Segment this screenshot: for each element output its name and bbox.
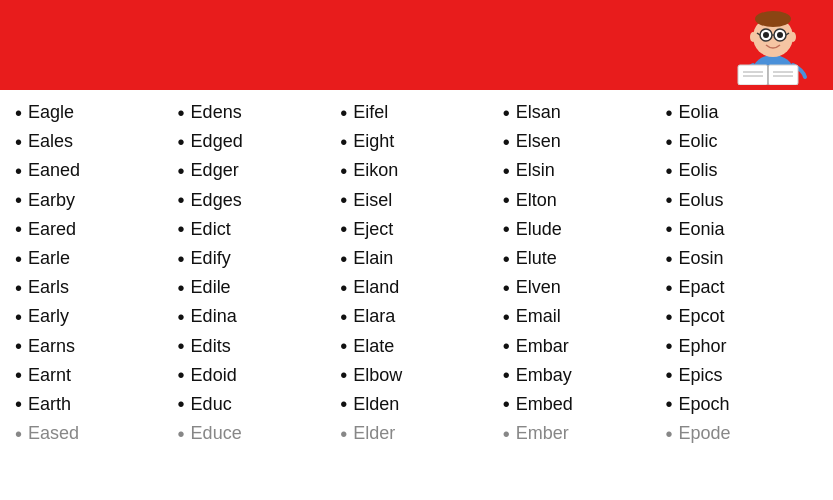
bullet-point: • (503, 365, 510, 385)
bullet-point: • (178, 249, 185, 269)
word-label: Eaned (28, 158, 80, 183)
list-item: •Elder (340, 419, 493, 448)
word-label: Earby (28, 188, 75, 213)
bullet-point: • (503, 394, 510, 414)
list-item: •Edify (178, 244, 331, 273)
svg-rect-12 (738, 65, 768, 85)
column-5: •Eolia•Eolic•Eolis•Eolus•Eonia•Eosin•Epa… (660, 98, 823, 492)
word-label: Eolic (678, 129, 717, 154)
list-item: •Eaned (15, 156, 168, 185)
column-4: •Elsan•Elsen•Elsin•Elton•Elude•Elute•Elv… (498, 98, 661, 492)
list-item: •Eight (340, 127, 493, 156)
list-item: •Elven (503, 273, 656, 302)
bullet-point: • (340, 132, 347, 152)
bullet-point: • (340, 103, 347, 123)
list-item: •Eisel (340, 186, 493, 215)
word-label: Elsen (516, 129, 561, 154)
list-item: •Elsen (503, 127, 656, 156)
word-label: Elate (353, 334, 394, 359)
list-item: •Email (503, 302, 656, 331)
list-item: •Eared (15, 215, 168, 244)
word-label: Eonia (678, 217, 724, 242)
list-item: •Epode (665, 419, 818, 448)
bullet-point: • (503, 307, 510, 327)
word-label: Edits (191, 334, 231, 359)
word-label: Edges (191, 188, 242, 213)
word-label: Epcot (678, 304, 724, 329)
word-label: Early (28, 304, 69, 329)
list-item: •Edile (178, 273, 331, 302)
bullet-point: • (340, 365, 347, 385)
list-item: •Eolia (665, 98, 818, 127)
bullet-point: • (15, 336, 22, 356)
list-item: •Edged (178, 127, 331, 156)
list-item: •Edits (178, 332, 331, 361)
word-label: Earle (28, 246, 70, 271)
list-item: •Earnt (15, 361, 168, 390)
word-label: Edged (191, 129, 243, 154)
list-item: •Eales (15, 127, 168, 156)
word-label: Educe (191, 421, 242, 446)
bullet-point: • (340, 336, 347, 356)
word-label: Edict (191, 217, 231, 242)
bullet-point: • (340, 307, 347, 327)
bullet-point: • (178, 394, 185, 414)
bullet-point: • (665, 336, 672, 356)
list-item: •Edict (178, 215, 331, 244)
bullet-point: • (665, 161, 672, 181)
list-item: •Embar (503, 332, 656, 361)
bullet-point: • (665, 278, 672, 298)
bullet-point: • (503, 161, 510, 181)
bullet-point: • (15, 219, 22, 239)
bullet-point: • (665, 103, 672, 123)
list-item: •Earns (15, 332, 168, 361)
bullet-point: • (503, 424, 510, 444)
list-item: •Earle (15, 244, 168, 273)
list-item: •Earth (15, 390, 168, 419)
word-label: Eland (353, 275, 399, 300)
list-item: •Elate (340, 332, 493, 361)
bullet-point: • (178, 424, 185, 444)
word-label: Earth (28, 392, 71, 417)
list-item: •Eonia (665, 215, 818, 244)
word-label: Eject (353, 217, 393, 242)
word-label: Eased (28, 421, 79, 446)
bullet-point: • (340, 394, 347, 414)
bullet-point: • (15, 190, 22, 210)
bullet-point: • (15, 249, 22, 269)
list-item: •Eject (340, 215, 493, 244)
list-item: •Eolis (665, 156, 818, 185)
bullet-point: • (15, 394, 22, 414)
word-label: Elsan (516, 100, 561, 125)
word-label: Edify (191, 246, 231, 271)
bullet-point: • (178, 219, 185, 239)
list-item: •Earby (15, 186, 168, 215)
word-label: Edile (191, 275, 231, 300)
svg-rect-13 (768, 65, 798, 85)
bullet-point: • (15, 132, 22, 152)
word-label: Elder (353, 421, 395, 446)
svg-point-2 (755, 11, 791, 27)
word-label: Eisel (353, 188, 392, 213)
list-item: •Epcot (665, 302, 818, 331)
bullet-point: • (178, 132, 185, 152)
word-label: Epode (678, 421, 730, 446)
bullet-point: • (503, 336, 510, 356)
bullet-point: • (503, 249, 510, 269)
list-item: •Eagle (15, 98, 168, 127)
word-label: Eagle (28, 100, 74, 125)
mascot (733, 5, 813, 85)
list-item: •Earls (15, 273, 168, 302)
list-item: •Elain (340, 244, 493, 273)
word-label: Eolia (678, 100, 718, 125)
column-3: •Eifel•Eight•Eikon•Eisel•Eject•Elain•Ela… (335, 98, 498, 492)
bullet-point: • (665, 307, 672, 327)
bullet-point: • (340, 161, 347, 181)
bullet-point: • (340, 249, 347, 269)
word-label: Edger (191, 158, 239, 183)
bullet-point: • (503, 132, 510, 152)
word-label: Elven (516, 275, 561, 300)
svg-point-10 (750, 32, 756, 42)
list-item: •Eolus (665, 186, 818, 215)
list-item: •Elara (340, 302, 493, 331)
